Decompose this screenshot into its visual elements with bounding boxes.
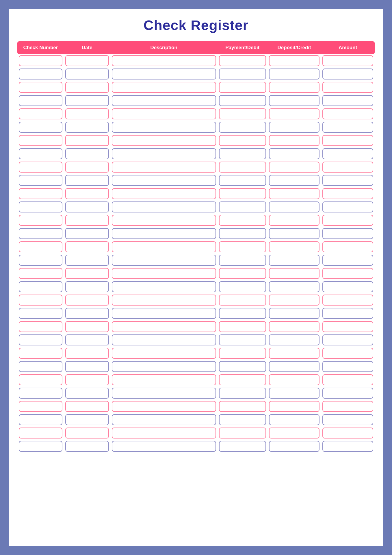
input-description[interactable] — [112, 162, 216, 173]
input-description[interactable] — [112, 148, 216, 159]
input-deposit-credit[interactable] — [269, 268, 320, 279]
input-description[interactable] — [112, 361, 216, 372]
input-date[interactable] — [65, 348, 109, 359]
input-payment-debit[interactable] — [219, 428, 266, 439]
input-date[interactable] — [65, 148, 109, 159]
input-amount[interactable] — [322, 241, 373, 252]
input-deposit-credit[interactable] — [269, 401, 320, 412]
input-date[interactable] — [65, 374, 109, 385]
input-payment-debit[interactable] — [219, 414, 266, 425]
input-date[interactable] — [65, 255, 109, 266]
input-payment-debit[interactable] — [219, 215, 266, 226]
input-payment-debit[interactable] — [219, 281, 266, 292]
input-check-number[interactable] — [19, 108, 62, 119]
input-check-number[interactable] — [19, 162, 62, 173]
input-payment-debit[interactable] — [219, 55, 266, 66]
input-date[interactable] — [65, 388, 109, 399]
input-payment-debit[interactable] — [219, 401, 266, 412]
input-description[interactable] — [112, 374, 216, 385]
input-payment-debit[interactable] — [219, 334, 266, 345]
input-check-number[interactable] — [19, 441, 62, 452]
input-description[interactable] — [112, 348, 216, 359]
input-deposit-credit[interactable] — [269, 82, 320, 93]
input-date[interactable] — [65, 108, 109, 119]
input-payment-debit[interactable] — [219, 441, 266, 452]
input-deposit-credit[interactable] — [269, 122, 320, 133]
input-amount[interactable] — [322, 215, 373, 226]
input-deposit-credit[interactable] — [269, 361, 320, 372]
input-amount[interactable] — [322, 428, 373, 439]
input-check-number[interactable] — [19, 135, 62, 146]
input-description[interactable] — [112, 295, 216, 306]
input-amount[interactable] — [322, 148, 373, 159]
input-payment-debit[interactable] — [219, 228, 266, 239]
input-check-number[interactable] — [19, 268, 62, 279]
input-payment-debit[interactable] — [219, 175, 266, 186]
input-check-number[interactable] — [19, 401, 62, 412]
input-check-number[interactable] — [19, 95, 62, 106]
input-check-number[interactable] — [19, 55, 62, 66]
input-amount[interactable] — [322, 162, 373, 173]
input-payment-debit[interactable] — [219, 388, 266, 399]
input-date[interactable] — [65, 281, 109, 292]
input-payment-debit[interactable] — [219, 268, 266, 279]
input-date[interactable] — [65, 215, 109, 226]
input-check-number[interactable] — [19, 122, 62, 133]
input-description[interactable] — [112, 228, 216, 239]
input-deposit-credit[interactable] — [269, 228, 320, 239]
input-payment-debit[interactable] — [219, 348, 266, 359]
input-check-number[interactable] — [19, 69, 62, 79]
input-payment-debit[interactable] — [219, 201, 266, 212]
input-deposit-credit[interactable] — [269, 215, 320, 226]
input-date[interactable] — [65, 401, 109, 412]
input-payment-debit[interactable] — [219, 255, 266, 266]
input-date[interactable] — [65, 55, 109, 66]
input-amount[interactable] — [322, 201, 373, 212]
input-check-number[interactable] — [19, 228, 62, 239]
input-description[interactable] — [112, 428, 216, 439]
input-date[interactable] — [65, 122, 109, 133]
input-amount[interactable] — [322, 69, 373, 79]
input-amount[interactable] — [322, 122, 373, 133]
input-date[interactable] — [65, 441, 109, 452]
input-amount[interactable] — [322, 441, 373, 452]
input-deposit-credit[interactable] — [269, 255, 320, 266]
input-description[interactable] — [112, 108, 216, 119]
input-payment-debit[interactable] — [219, 321, 266, 332]
input-description[interactable] — [112, 414, 216, 425]
input-date[interactable] — [65, 228, 109, 239]
input-payment-debit[interactable] — [219, 148, 266, 159]
input-date[interactable] — [65, 361, 109, 372]
input-deposit-credit[interactable] — [269, 69, 320, 79]
input-amount[interactable] — [322, 361, 373, 372]
input-description[interactable] — [112, 175, 216, 186]
input-check-number[interactable] — [19, 388, 62, 399]
input-check-number[interactable] — [19, 215, 62, 226]
input-date[interactable] — [65, 69, 109, 79]
input-deposit-credit[interactable] — [269, 321, 320, 332]
input-check-number[interactable] — [19, 414, 62, 425]
input-payment-debit[interactable] — [219, 162, 266, 173]
input-deposit-credit[interactable] — [269, 162, 320, 173]
input-deposit-credit[interactable] — [269, 241, 320, 252]
input-check-number[interactable] — [19, 175, 62, 186]
input-deposit-credit[interactable] — [269, 281, 320, 292]
input-date[interactable] — [65, 308, 109, 319]
input-date[interactable] — [65, 321, 109, 332]
input-amount[interactable] — [322, 414, 373, 425]
input-deposit-credit[interactable] — [269, 148, 320, 159]
input-deposit-credit[interactable] — [269, 135, 320, 146]
input-amount[interactable] — [322, 295, 373, 306]
input-deposit-credit[interactable] — [269, 55, 320, 66]
input-description[interactable] — [112, 334, 216, 345]
input-description[interactable] — [112, 135, 216, 146]
input-deposit-credit[interactable] — [269, 308, 320, 319]
input-deposit-credit[interactable] — [269, 295, 320, 306]
input-payment-debit[interactable] — [219, 241, 266, 252]
input-description[interactable] — [112, 401, 216, 412]
input-deposit-credit[interactable] — [269, 201, 320, 212]
input-amount[interactable] — [322, 268, 373, 279]
input-deposit-credit[interactable] — [269, 108, 320, 119]
input-payment-debit[interactable] — [219, 361, 266, 372]
input-amount[interactable] — [322, 348, 373, 359]
